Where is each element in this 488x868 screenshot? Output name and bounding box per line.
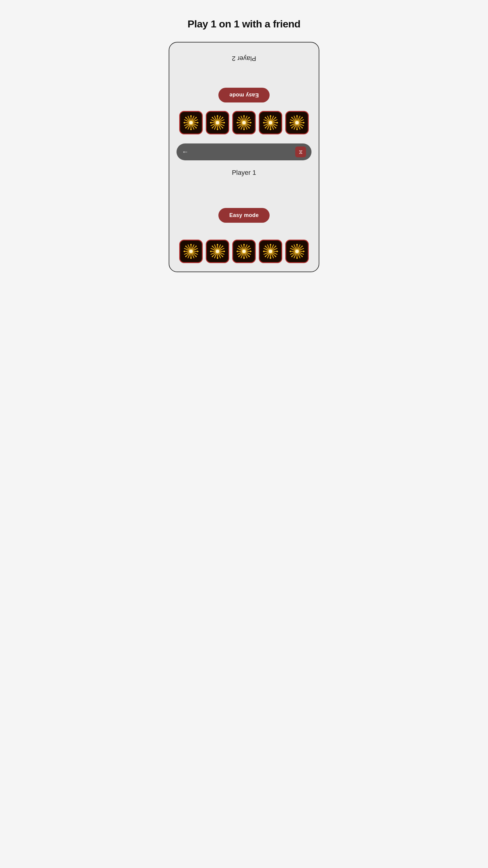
player1-label: Player 1	[232, 169, 256, 177]
player2-icon-grid	[179, 111, 309, 134]
svg-point-20	[296, 116, 298, 117]
svg-point-235	[270, 244, 271, 246]
firework-icon	[285, 111, 309, 134]
game-card: Easy mode Player 2 ← ⧖ Player 1 Easy mod…	[169, 42, 319, 272]
svg-point-211	[250, 251, 252, 252]
svg-point-100	[217, 129, 218, 130]
svg-point-242	[275, 246, 276, 247]
svg-point-157	[197, 251, 198, 252]
svg-point-50	[275, 127, 276, 128]
svg-point-269	[301, 246, 303, 247]
svg-point-130	[184, 122, 185, 124]
firework-icon	[206, 240, 229, 263]
svg-point-18	[295, 121, 299, 124]
svg-point-267	[301, 256, 303, 257]
svg-point-104	[222, 127, 223, 128]
svg-point-239	[265, 246, 266, 247]
player2-mode-button[interactable]: Easy mode	[218, 88, 270, 102]
svg-point-185	[212, 246, 213, 247]
firework-icon	[285, 240, 309, 263]
svg-point-24	[291, 117, 293, 118]
svg-point-126	[189, 121, 193, 124]
svg-point-187	[212, 256, 213, 257]
firework-icon	[179, 240, 203, 263]
svg-point-132	[185, 117, 187, 118]
svg-point-131	[195, 127, 197, 128]
svg-point-208	[243, 244, 245, 246]
svg-point-103	[210, 122, 212, 124]
svg-point-133	[195, 117, 197, 118]
svg-point-186	[222, 256, 223, 257]
svg-point-21	[303, 122, 304, 124]
input-row[interactable]: ← ⧖	[176, 144, 312, 160]
svg-point-49	[263, 122, 265, 124]
svg-point-182	[217, 257, 218, 259]
svg-point-46	[270, 129, 271, 130]
svg-point-263	[296, 257, 298, 259]
svg-point-241	[265, 256, 266, 257]
page-wrapper: Play 1 on 1 with a friend	[163, 0, 325, 289]
svg-point-22	[290, 122, 291, 124]
svg-point-158	[185, 246, 187, 247]
svg-point-26	[291, 127, 293, 128]
svg-point-160	[185, 256, 187, 257]
firework-icon	[232, 111, 256, 134]
svg-point-79	[249, 117, 250, 118]
svg-point-52	[275, 117, 276, 118]
player2-section: Easy mode Player 2	[176, 51, 312, 134]
svg-point-266	[291, 246, 293, 247]
svg-point-101	[217, 116, 218, 117]
svg-point-237	[263, 251, 265, 252]
svg-point-240	[275, 256, 276, 257]
svg-point-73	[243, 129, 245, 130]
svg-point-238	[276, 251, 278, 252]
svg-point-78	[238, 117, 239, 118]
svg-point-106	[222, 117, 223, 118]
svg-point-23	[301, 127, 303, 128]
firework-icon	[179, 111, 203, 134]
svg-point-80	[238, 127, 239, 128]
svg-point-76	[237, 122, 238, 124]
svg-point-261	[295, 250, 299, 253]
svg-point-214	[238, 256, 239, 257]
svg-point-19	[296, 129, 298, 130]
svg-point-129	[197, 122, 198, 124]
svg-point-48	[276, 122, 278, 124]
timer-icon: ⧖	[295, 147, 306, 157]
svg-point-128	[190, 116, 192, 117]
svg-point-155	[190, 257, 192, 259]
player1-icon-grid	[179, 240, 309, 263]
svg-point-181	[217, 244, 218, 246]
svg-point-209	[243, 257, 245, 259]
svg-point-268	[291, 256, 293, 257]
svg-point-47	[270, 116, 271, 117]
svg-point-236	[270, 257, 271, 259]
svg-point-161	[195, 246, 197, 247]
svg-point-53	[265, 127, 266, 128]
svg-point-75	[250, 122, 252, 124]
svg-point-213	[249, 256, 250, 257]
svg-point-183	[210, 251, 212, 252]
svg-point-107	[212, 127, 213, 128]
svg-point-264	[290, 251, 291, 252]
svg-point-51	[265, 117, 266, 118]
player2-label: Player 2	[232, 55, 256, 62]
svg-point-153	[189, 250, 193, 253]
svg-point-234	[269, 250, 272, 253]
player1-section: Player 1 Easy mode	[176, 169, 312, 263]
firework-icon	[232, 240, 256, 263]
svg-point-127	[190, 129, 192, 130]
svg-point-154	[190, 244, 192, 246]
svg-point-25	[301, 117, 303, 118]
svg-point-156	[184, 251, 185, 252]
svg-point-212	[238, 246, 239, 247]
svg-point-188	[222, 246, 223, 247]
svg-point-99	[216, 121, 219, 124]
svg-point-184	[224, 251, 225, 252]
svg-point-159	[195, 256, 197, 257]
firework-icon	[206, 111, 229, 134]
center-area: ← ⧖	[176, 144, 312, 166]
back-arrow-icon: ←	[182, 148, 293, 156]
player1-mode-button[interactable]: Easy mode	[218, 208, 270, 223]
svg-point-72	[242, 121, 246, 124]
